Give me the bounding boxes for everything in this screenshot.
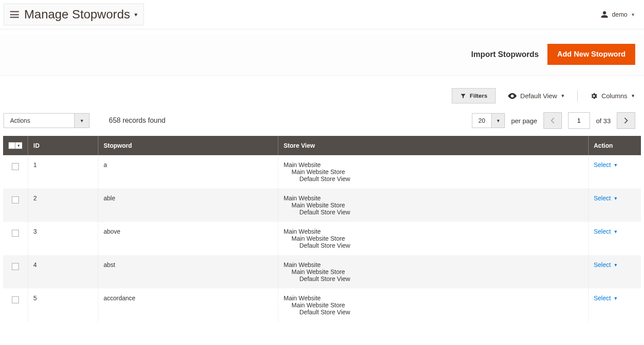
per-page-caret: ▼ [491, 114, 504, 128]
filters-button[interactable]: Filters [452, 88, 496, 103]
gear-icon [590, 92, 598, 100]
cell-stopword: able [98, 189, 278, 222]
store-view-l2: Main Website Store [284, 235, 583, 242]
chevron-right-icon [624, 117, 628, 124]
user-caret-icon: ▼ [631, 12, 635, 17]
store-view-l3: Default Store View [284, 209, 583, 216]
row-action-select[interactable]: Select▼ [594, 261, 636, 268]
cell-action: Select▼ [588, 288, 641, 322]
row-action-caret-icon: ▼ [613, 229, 618, 234]
row-action-caret-icon: ▼ [613, 163, 618, 167]
cell-id: 3 [28, 222, 98, 255]
cell-action: Select▼ [588, 222, 641, 255]
user-label: demo [612, 11, 627, 18]
header-checkbox-cell[interactable]: ▼ [3, 136, 28, 155]
cell-store-view: Main WebsiteMain Website StoreDefault St… [278, 222, 589, 255]
mass-actions-caret: ▼ [74, 114, 89, 128]
store-view-l3: Default Store View [284, 275, 583, 282]
header-store-view[interactable]: Store View [278, 136, 589, 155]
user-icon [601, 11, 608, 18]
current-page-input[interactable] [568, 112, 590, 129]
title-caret-icon: ▾ [134, 11, 137, 18]
funnel-icon [460, 93, 466, 99]
default-view-label: Default View [520, 92, 557, 100]
store-view-l3: Default Store View [284, 175, 583, 182]
row-action-select[interactable]: Select▼ [594, 161, 636, 168]
header-id[interactable]: ID [28, 136, 98, 155]
store-view-l1: Main Website [284, 228, 583, 235]
row-action-label: Select [594, 228, 611, 235]
cell-stopword: accordance [98, 288, 278, 322]
store-view-l2: Main Website Store [284, 268, 583, 275]
mass-actions-dropdown[interactable]: Actions ▼ [4, 113, 90, 128]
store-view-l3: Default Store View [284, 309, 583, 316]
filters-label: Filters [470, 92, 487, 99]
row-action-select[interactable]: Select▼ [594, 195, 636, 202]
import-stopwords-button[interactable]: Import Stopwords [471, 50, 539, 59]
columns-label: Columns [601, 92, 627, 100]
cell-store-view: Main WebsiteMain Website StoreDefault St… [278, 155, 589, 189]
store-view-l2: Main Website Store [284, 202, 583, 209]
table-row[interactable]: 3aboveMain WebsiteMain Website StoreDefa… [3, 222, 641, 255]
cell-id: 5 [28, 288, 98, 322]
row-action-caret-icon: ▼ [613, 196, 618, 201]
row-checkbox[interactable] [12, 296, 19, 303]
header-action: Action [588, 136, 641, 155]
cell-store-view: Main WebsiteMain Website StoreDefault St… [278, 189, 589, 222]
per-page-value: 20 [472, 114, 492, 128]
store-view-l1: Main Website [284, 161, 583, 168]
row-checkbox[interactable] [12, 163, 19, 170]
row-action-caret-icon: ▼ [613, 296, 618, 301]
add-new-stopword-button[interactable]: Add New Stopword [547, 44, 635, 65]
row-action-label: Select [594, 261, 611, 268]
row-action-label: Select [594, 195, 611, 202]
row-action-select[interactable]: Select▼ [594, 295, 636, 302]
row-checkbox[interactable] [12, 230, 19, 237]
cell-stopword: above [98, 222, 278, 255]
header-stopword[interactable]: Stopword [98, 136, 278, 155]
store-view-l1: Main Website [284, 295, 583, 302]
default-view-caret-icon: ▼ [561, 93, 565, 98]
total-pages-label: of 33 [596, 117, 611, 124]
store-view-l1: Main Website [284, 195, 583, 202]
cell-store-view: Main WebsiteMain Website StoreDefault St… [278, 255, 589, 288]
separator [577, 90, 578, 102]
select-all-checkbox[interactable] [8, 142, 15, 149]
stopwords-table: ▼ ID Stopword Store View Action 1aMain W… [3, 136, 641, 322]
cell-id: 2 [28, 189, 98, 222]
store-view-l2: Main Website Store [284, 302, 583, 309]
user-menu[interactable]: demo ▼ [601, 11, 635, 18]
prev-page-button[interactable] [543, 112, 562, 129]
next-page-button[interactable] [617, 112, 635, 129]
page-title-wrap[interactable]: Manage Stopwords ▾ [4, 4, 144, 25]
row-checkbox[interactable] [12, 196, 19, 203]
cell-store-view: Main WebsiteMain Website StoreDefault St… [278, 288, 589, 322]
per-page-select[interactable]: 20 ▼ [472, 113, 505, 128]
mass-actions-label: Actions [4, 114, 74, 128]
page-title-text: Manage Stopwords [24, 7, 130, 21]
table-row[interactable]: 1aMain WebsiteMain Website StoreDefault … [3, 155, 641, 189]
table-row[interactable]: 5accordanceMain WebsiteMain Website Stor… [3, 288, 641, 322]
eye-icon [508, 93, 517, 99]
cell-id: 4 [28, 255, 98, 288]
row-action-caret-icon: ▼ [613, 263, 618, 267]
row-action-label: Select [594, 295, 611, 302]
columns-dropdown[interactable]: Columns ▼ [590, 92, 635, 100]
table-row[interactable]: 4abstMain WebsiteMain Website StoreDefau… [3, 255, 641, 288]
cell-action: Select▼ [588, 189, 641, 222]
row-checkbox[interactable] [12, 263, 19, 270]
table-row[interactable]: 2ableMain WebsiteMain Website StoreDefau… [3, 189, 641, 222]
row-action-select[interactable]: Select▼ [594, 228, 636, 235]
default-view-dropdown[interactable]: Default View ▼ [508, 92, 565, 100]
select-all-dropdown[interactable]: ▼ [15, 142, 22, 149]
records-found-text: 658 records found [109, 117, 165, 124]
store-view-l1: Main Website [284, 261, 583, 268]
cell-stopword: abst [98, 255, 278, 288]
page-title: Manage Stopwords ▾ [24, 7, 137, 21]
row-action-label: Select [594, 161, 611, 168]
per-page-label: per page [511, 117, 537, 124]
cell-stopword: a [98, 155, 278, 189]
chevron-left-icon [550, 117, 555, 124]
cell-action: Select▼ [588, 255, 641, 288]
cell-action: Select▼ [588, 155, 641, 189]
